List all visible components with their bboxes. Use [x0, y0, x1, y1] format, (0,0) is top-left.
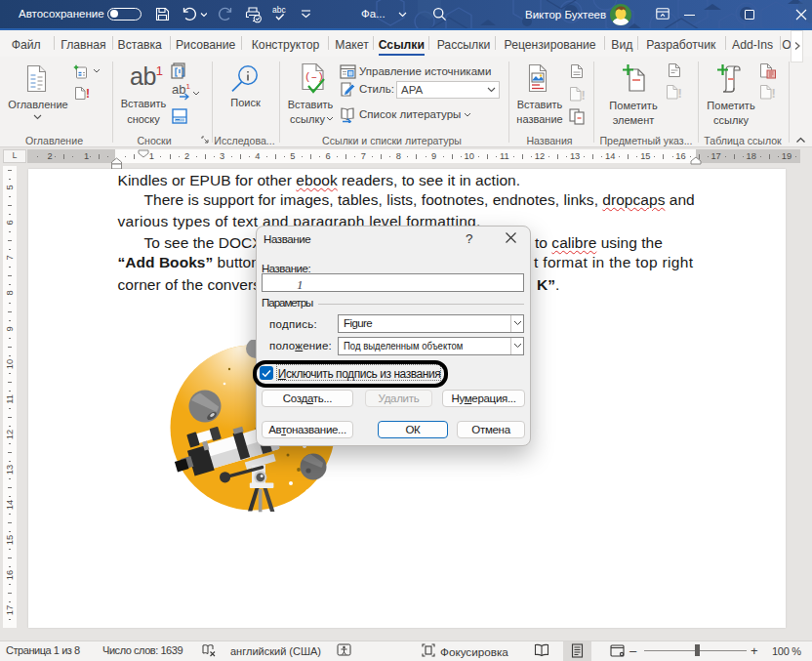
- svg-text:!: !: [86, 87, 90, 101]
- svg-text:!: !: [678, 86, 682, 101]
- svg-text:abc: abc: [272, 5, 286, 15]
- svg-text:!: !: [582, 88, 586, 103]
- svg-text:!: !: [772, 86, 776, 101]
